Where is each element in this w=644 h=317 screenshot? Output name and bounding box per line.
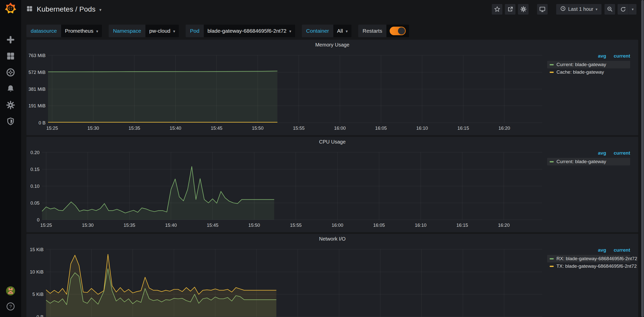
variable-datasource-label: datasource [26,25,61,37]
svg-text:16:20: 16:20 [499,125,510,131]
svg-text:16:05: 16:05 [375,125,387,131]
sidebar-nav [6,35,15,126]
sidebar-bottom: ? [6,286,15,317]
page-scrollbar[interactable] [641,0,644,317]
variable-namespace-value: pw-cloud [149,28,170,34]
svg-text:0.05: 0.05 [30,200,39,206]
user-avatar[interactable] [6,286,15,295]
share-dashboard-button[interactable] [505,4,515,15]
memory-usage-legend: avg current Current: blade-gateway Cache… [545,50,638,135]
svg-text:0.10: 0.10 [30,184,39,189]
svg-text:15:40: 15:40 [170,125,181,131]
svg-text:0.20: 0.20 [30,150,39,155]
variable-container[interactable]: Container All▾ [302,25,351,37]
chevron-down-icon: ▾ [96,28,98,34]
legend-sort-avg[interactable]: avg [598,150,606,156]
time-range-label: Last 1 hour [568,6,593,12]
variable-namespace-label: Namespace [109,25,145,37]
chevron-down-icon: ▾ [99,6,102,13]
svg-text:16:20: 16:20 [498,222,510,228]
time-range-picker[interactable]: Last 1 hour ▾ [556,4,601,15]
variable-restarts-label: Restarts [358,25,386,37]
dashboard-title-dropdown[interactable]: Kubernetes / Pods ▾ [26,5,101,13]
legend-sort-current[interactable]: current [614,53,630,59]
refresh-interval-dropdown[interactable]: ▾ [629,4,636,15]
create-plus-icon[interactable] [6,35,15,44]
dashboard-settings-gear-button[interactable] [518,4,529,15]
panel-title-memory-usage[interactable]: Memory Usage [26,40,638,50]
svg-text:16:00: 16:00 [334,125,346,131]
variable-container-label: Container [302,25,333,37]
zoom-out-time-button[interactable] [605,4,615,15]
svg-text:16:10: 16:10 [416,125,428,131]
panel-cpu-usage: CPU Usage 15:2515:3015:3515:4015:4515:50… [26,137,638,232]
chevron-down-icon: ▾ [289,28,291,34]
legend-item-cpu-current[interactable]: Current: blade-gateway [547,158,630,165]
svg-text:16:10: 16:10 [415,222,426,228]
svg-text:15:35: 15:35 [124,222,135,228]
star-dashboard-button[interactable] [492,4,502,15]
admin-shield-icon[interactable] [6,117,15,126]
variable-container-value: All [337,28,343,34]
configuration-gear-icon[interactable] [6,101,15,110]
cycle-view-monitor-button[interactable] [537,4,548,15]
cpu-usage-chart[interactable]: 15:2515:3015:3515:4015:4515:5015:5516:00… [26,147,545,232]
svg-text:15:55: 15:55 [290,222,302,228]
scrollbar-thumb[interactable] [641,0,644,317]
legend-sort-avg[interactable]: avg [598,247,606,253]
legend-sort-avg[interactable]: avg [598,53,606,59]
variable-pod-value: blade-gateway-68684695f6-2nt72 [208,28,287,34]
memory-usage-chart[interactable]: 15:2515:3015:3515:4015:4515:5015:5516:00… [26,50,545,135]
svg-text:763 MiB: 763 MiB [28,53,46,58]
grafana-logo-icon[interactable] [4,2,17,15]
svg-text:15:30: 15:30 [82,222,94,228]
svg-text:15:30: 15:30 [88,125,99,131]
panel-title-cpu-usage[interactable]: CPU Usage [26,137,638,147]
legend-swatch-green [550,258,554,259]
svg-text:16:15: 16:15 [456,222,468,228]
page-title: Kubernetes / Pods [37,5,96,13]
legend-item-network-tx[interactable]: TX: blade-gateway-68684695f6-2nt72 [547,262,630,270]
legend-sort-current[interactable]: current [614,247,630,253]
variable-datasource[interactable]: datasource Prometheus▾ [26,25,102,37]
variable-pod-label: Pod [186,25,204,37]
explore-compass-icon[interactable] [6,68,15,77]
svg-text:10 KiB: 10 KiB [30,269,44,275]
variable-namespace[interactable]: Namespace pw-cloud▾ [109,25,179,37]
legend-swatch-yellow [550,266,554,267]
dashboard-panels: Memory Usage 15:2515:3015:3515:4015:4515… [21,37,644,317]
variable-datasource-value: Prometheus [65,28,93,34]
legend-item-memory-current[interactable]: Current: blade-gateway [547,61,630,68]
alerting-bell-icon[interactable] [6,84,15,93]
svg-text:15:25: 15:25 [46,125,58,131]
svg-text:15:40: 15:40 [165,222,177,228]
refresh-button[interactable] [618,4,629,15]
legend-item-network-rx[interactable]: RX: blade-gateway-68684695f6-2nt72 [547,255,630,262]
legend-sort-current[interactable]: current [614,150,630,156]
refresh-button-group: ▾ [618,4,636,15]
legend-item-memory-cache[interactable]: Cache: blade-gateway [547,68,630,76]
svg-text:572 MiB: 572 MiB [28,70,46,75]
dashboards-grid-icon[interactable] [6,52,15,61]
svg-text:15:50: 15:50 [252,125,263,131]
chevron-down-icon: ▾ [173,28,175,34]
clock-icon [560,6,566,13]
legend-swatch-green [550,64,554,65]
svg-text:0 B: 0 B [38,120,46,125]
header-actions: Last 1 hour ▾ ▾ [492,4,636,15]
svg-text:0: 0 [37,217,39,222]
svg-text:0 B: 0 B [36,314,44,317]
svg-text:15:35: 15:35 [129,125,140,131]
svg-text:?: ? [9,304,12,309]
svg-text:381 MiB: 381 MiB [28,86,46,92]
panel-title-network-io[interactable]: Network I/O [26,234,638,244]
network-io-chart[interactable]: 15:2515:3015:3515:4015:4515:5015:5516:00… [26,244,545,317]
svg-text:15 KiB: 15 KiB [30,247,44,252]
svg-text:16:15: 16:15 [457,125,469,131]
svg-text:15:45: 15:45 [207,222,218,228]
restarts-toggle[interactable] [390,27,406,35]
variable-pod[interactable]: Pod blade-gateway-68684695f6-2nt72▾ [186,25,295,37]
help-question-icon[interactable]: ? [6,302,15,311]
dashboard-grid-icon [26,5,33,13]
svg-text:15:25: 15:25 [40,222,52,228]
